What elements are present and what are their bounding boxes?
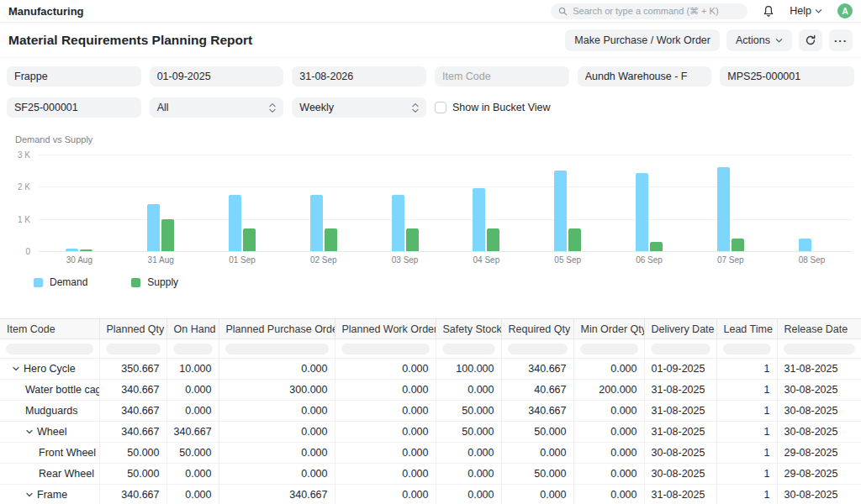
sales-forecast-input[interactable] [7, 97, 141, 118]
table-cell: 0.000 [219, 401, 335, 422]
avatar[interactable]: A [837, 3, 853, 18]
column-header[interactable]: Safety Stock [436, 319, 501, 339]
make-purchase-work-order-button[interactable]: Make Purchase / Work Order [565, 29, 720, 51]
filter-to-date-input[interactable] [292, 66, 426, 87]
table-row[interactable]: Wheel340.667340.6670.0000.00050.00050.00… [0, 422, 861, 443]
table-cell: 10.000 [166, 359, 219, 380]
table-cell: 340.667 [501, 359, 573, 380]
table-cell: 0.000 [573, 485, 644, 504]
table-cell: 0.000 [166, 380, 219, 401]
column-header[interactable]: Lead Time [716, 319, 777, 339]
column-filter-input[interactable] [651, 344, 710, 354]
help-menu[interactable]: Help [790, 5, 822, 17]
demand-bar [636, 173, 648, 251]
item-code-label: Front Wheel [39, 447, 96, 459]
column-filter-input[interactable] [225, 344, 329, 354]
actions-button[interactable]: Actions [726, 29, 792, 51]
table-cell: 40.667 [501, 380, 573, 401]
filter-item-code-input[interactable] [435, 66, 569, 87]
table-cell: 31-08-2025 [644, 422, 716, 443]
chart-bar-group: 02 Sep [283, 155, 364, 265]
period-select-value: Weekly [299, 102, 334, 113]
chart-area: 3 K2 K1 K0 30 Aug31 Aug01 Sep02 Sep03 Se… [8, 155, 853, 266]
column-header[interactable]: Planned Qty [99, 319, 166, 339]
supply-bar [80, 249, 92, 251]
table-cell: 0.000 [573, 422, 644, 443]
type-select-value: All [157, 102, 169, 113]
table-cell: 30-08-2025 [777, 422, 861, 443]
chart-plot: 30 Aug31 Aug01 Sep02 Sep03 Sep04 Sep05 S… [39, 155, 853, 266]
legend-item-supply: Supply [131, 276, 178, 288]
filter-warehouse-input[interactable] [578, 66, 712, 87]
column-filter-input[interactable] [173, 344, 213, 354]
demand-bar [799, 239, 811, 251]
table-row[interactable]: Water bottle cage340.6670.000300.0000.00… [0, 380, 861, 401]
checkbox-icon[interactable] [435, 102, 446, 113]
column-filter-input[interactable] [6, 344, 93, 354]
table-row[interactable]: Hero Cycle350.66710.0000.0000.000100.000… [0, 359, 861, 380]
table-cell: 0.000 [335, 359, 436, 380]
filter-mps-input[interactable] [720, 66, 854, 87]
period-select[interactable]: Weekly [292, 97, 426, 118]
refresh-button[interactable] [799, 29, 822, 51]
column-filter-input[interactable] [106, 344, 161, 354]
table-cell: 50.000 [501, 422, 573, 443]
chart-bar-group: 03 Sep [364, 155, 446, 265]
filter-from-date-input[interactable] [150, 66, 284, 87]
menu-button[interactable]: ··· [829, 29, 853, 51]
table-cell: 300.000 [219, 380, 335, 401]
table-cell: 0.000 [219, 359, 335, 380]
column-filter-input[interactable] [580, 344, 638, 354]
table-cell: 1 [716, 485, 777, 504]
table-cell: 1 [716, 422, 777, 443]
table-cell: 0.000 [335, 443, 436, 464]
supply-bar [243, 228, 256, 251]
table-cell: 0.000 [335, 380, 436, 401]
table-cell: 340.667 [99, 422, 166, 443]
table-row[interactable]: Rear Wheel50.0000.0000.0000.0000.00050.0… [0, 464, 861, 485]
global-search-input[interactable]: Search or type a command (⌘ + K) [551, 3, 747, 19]
chart-bar-group: 31 Aug [120, 155, 202, 265]
chevron-down-icon[interactable] [25, 428, 34, 436]
column-header[interactable]: Delivery Date [644, 319, 716, 339]
table-cell-item: Hero Cycle [0, 359, 99, 380]
column-filter-input[interactable] [508, 344, 568, 354]
filter-company-input[interactable] [7, 66, 141, 87]
column-filter-input[interactable] [723, 344, 771, 354]
table-cell: 30-08-2025 [777, 380, 861, 401]
chart-bar-group: 08 Sep [771, 155, 853, 265]
column-header[interactable]: Required Qty [501, 319, 573, 339]
column-header[interactable]: Release Date [777, 319, 861, 339]
type-select[interactable]: All [150, 97, 284, 118]
chart-section: Demand vs Supply 3 K2 K1 K0 30 Aug31 Aug… [0, 134, 861, 288]
bucket-view-checkbox[interactable]: Show in Bucket View [435, 102, 569, 113]
notifications-bell-icon[interactable] [763, 5, 774, 18]
table-body: Hero Cycle350.66710.0000.0000.000100.000… [0, 359, 861, 504]
table-row[interactable]: Frame340.6670.000340.6670.0000.0000.0000… [0, 485, 861, 504]
help-label: Help [790, 5, 811, 17]
x-axis-tick-label: 05 Sep [554, 255, 581, 265]
table-cell: 0.000 [573, 464, 644, 485]
column-filter-input[interactable] [442, 344, 495, 354]
table-cell: 0.000 [501, 443, 573, 464]
table-cell-item: Wheel [0, 422, 99, 443]
table-row[interactable]: Mudguards340.6670.0000.0000.00050.000340… [0, 401, 861, 422]
navbar: Manufacturing Search or type a command (… [0, 0, 861, 23]
table-row[interactable]: Front Wheel50.00050.0000.0000.0000.0000.… [0, 443, 861, 464]
table-cell: 31-08-2025 [644, 485, 716, 504]
table-cell: 0.000 [573, 443, 644, 464]
column-header[interactable]: Item Code [0, 319, 99, 339]
chevron-down-icon[interactable] [12, 365, 20, 373]
table-cell: 50.000 [436, 401, 501, 422]
column-filter-input[interactable] [341, 344, 430, 354]
table-cell: 31-08-2025 [644, 380, 716, 401]
column-header[interactable]: On Hand [166, 319, 219, 339]
chevron-down-icon[interactable] [25, 491, 34, 499]
table-cell: 30-08-2025 [644, 464, 716, 485]
column-filter-input[interactable] [784, 344, 856, 354]
column-header[interactable]: Planned Work Order [335, 319, 436, 339]
column-header[interactable]: Min Order Qty [573, 319, 644, 339]
table-cell: 29-08-2025 [777, 443, 861, 464]
table-cell: 1 [716, 359, 777, 380]
column-header[interactable]: Planned Purchase Order [219, 319, 335, 339]
